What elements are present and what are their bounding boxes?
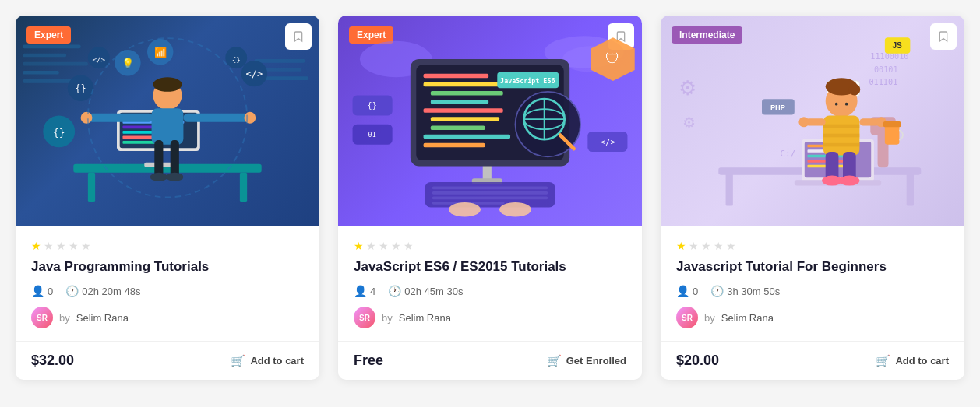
card-footer-jsbeg: $20.00 🛒 Add to cart [661, 341, 964, 380]
svg-rect-20 [240, 173, 247, 202]
course-card-java: Expert {} </ [16, 16, 319, 380]
star-5-es6: ★ [404, 240, 414, 252]
svg-rect-3 [23, 71, 58, 75]
avatar-java: SR [31, 307, 53, 328]
svg-text:</>: </> [92, 55, 105, 64]
svg-text:</>: </> [246, 68, 263, 79]
svg-rect-61 [424, 135, 510, 139]
stars-jsbeg: ★ ★ ★ ★ ★ [676, 240, 949, 252]
svg-text:🛡: 🛡 [605, 51, 620, 67]
svg-text:📶: 📶 [154, 46, 167, 59]
svg-point-127 [839, 176, 859, 186]
svg-point-113 [848, 84, 860, 96]
svg-text:💡: 💡 [122, 57, 135, 70]
card-title-es6: JavaScript ES6 / ES2015 Tutorials [354, 258, 626, 275]
svg-text:{}: {} [75, 83, 86, 94]
clock-icon-jsbeg: 🕐 [710, 285, 724, 297]
svg-rect-54 [424, 74, 489, 79]
card-footer-java: $32.00 🛒 Add to cart [16, 341, 319, 380]
student-count-es6: 👤 4 [354, 285, 375, 297]
price-jsbeg: $20.00 [676, 353, 719, 369]
svg-rect-35 [183, 114, 249, 122]
svg-rect-77 [432, 191, 548, 195]
author-row-es6: SR by Selim Rana [354, 307, 626, 328]
svg-rect-118 [823, 134, 859, 138]
star-1-es6: ★ [354, 240, 364, 252]
svg-text:011101: 011101 [869, 79, 897, 87]
course-cards-container: Expert {} </ [16, 16, 964, 380]
svg-rect-128 [885, 125, 900, 145]
author-row-jsbeg: SR by Selim Rana [676, 307, 949, 328]
star-1-jsbeg: ★ [676, 240, 686, 252]
cart-icon-es6: 🛒 [547, 354, 562, 368]
svg-text:⚙: ⚙ [682, 114, 696, 131]
card-meta-java: 👤 0 🕐 02h 20m 48s [31, 285, 304, 297]
card-meta-jsbeg: 👤 0 🕐 3h 30m 50s [676, 285, 949, 297]
student-icon-java: 👤 [31, 285, 44, 297]
svg-rect-4 [23, 79, 77, 83]
course-card-jsbeg: Intermediate 11100010 00101 011101 JS CM… [661, 16, 964, 380]
svg-text:⚙: ⚙ [679, 77, 696, 100]
svg-point-122 [798, 117, 809, 127]
star-2-es6: ★ [366, 240, 376, 252]
price-es6: Free [354, 353, 383, 369]
svg-rect-39 [171, 140, 179, 176]
svg-point-41 [166, 173, 183, 181]
svg-text:</>: </> [601, 138, 615, 146]
add-to-cart-jsbeg[interactable]: 🛒 Add to cart [876, 354, 949, 368]
card-title-java: Java Programming Tutorials [31, 258, 304, 275]
author-name-java: Selim Rana [76, 312, 129, 324]
card-title-jsbeg: Javascript Tutorial For Beginners [676, 258, 949, 275]
stars-es6: ★ ★ ★ ★ ★ [354, 240, 626, 252]
svg-rect-5 [254, 59, 305, 63]
card-image-java: Expert {} </ [16, 16, 319, 226]
card-body-jsbeg: ★ ★ ★ ★ ★ Javascript Tutorial For Beginn… [661, 226, 964, 328]
course-card-es6: Expert [338, 16, 642, 380]
jsbeg-illustration: 11100010 00101 011101 JS CMS PHP ⚙ ⚙ C:/ [661, 16, 964, 226]
price-java: $32.00 [31, 353, 74, 369]
svg-rect-76 [432, 187, 548, 190]
cart-icon-java: 🛒 [231, 354, 245, 368]
svg-rect-119 [823, 143, 859, 147]
card-image-es6: Expert [338, 16, 642, 226]
star-3-es6: ★ [379, 240, 389, 252]
svg-rect-38 [154, 140, 163, 176]
author-by-es6: by [382, 312, 393, 324]
duration-jsbeg: 🕐 3h 30m 50s [710, 285, 780, 297]
add-to-cart-java[interactable]: 🛒 Add to cart [231, 354, 304, 368]
svg-rect-2 [23, 62, 88, 66]
svg-point-115 [845, 103, 848, 106]
svg-point-114 [835, 103, 838, 106]
star-2: ★ [44, 240, 54, 252]
author-row-java: SR by Selim Rana [31, 307, 304, 328]
svg-point-81 [499, 202, 531, 217]
student-count-jsbeg: 👤 0 [676, 285, 698, 297]
card-footer-es6: Free 🛒 Get Enrolled [338, 341, 642, 380]
author-by-jsbeg: by [704, 312, 715, 324]
svg-rect-1 [23, 54, 66, 58]
star-2-jsbeg: ★ [689, 240, 699, 252]
card-body-es6: ★ ★ ★ ★ ★ JavaScript ES6 / ES2015 Tutori… [338, 226, 642, 328]
avatar-jsbeg: SR [676, 307, 698, 328]
svg-rect-6 [262, 68, 301, 72]
svg-point-126 [822, 176, 842, 186]
author-name-jsbeg: Selim Rana [721, 312, 774, 324]
svg-text:PHP: PHP [770, 104, 785, 111]
svg-point-32 [153, 77, 182, 92]
star-4-es6: ★ [391, 240, 401, 252]
author-name-es6: Selim Rana [399, 312, 451, 324]
card-meta-es6: 👤 4 🕐 02h 45m 30s [354, 285, 626, 297]
svg-rect-99 [726, 174, 733, 206]
java-illustration: {} </> {} 📶 💡 [16, 16, 319, 226]
svg-point-40 [150, 173, 167, 181]
svg-rect-34 [88, 114, 153, 122]
get-enrolled-es6[interactable]: 🛒 Get Enrolled [547, 354, 626, 368]
star-3: ★ [56, 240, 66, 252]
svg-rect-60 [431, 126, 485, 131]
svg-text:{}: {} [232, 55, 241, 64]
svg-text:JavaScript ES6: JavaScript ES6 [500, 77, 555, 85]
es6-illustration: JavaScript ES6 {} 01 [338, 16, 642, 226]
svg-rect-33 [152, 108, 184, 144]
star-5: ★ [81, 240, 91, 252]
svg-rect-78 [432, 197, 548, 200]
